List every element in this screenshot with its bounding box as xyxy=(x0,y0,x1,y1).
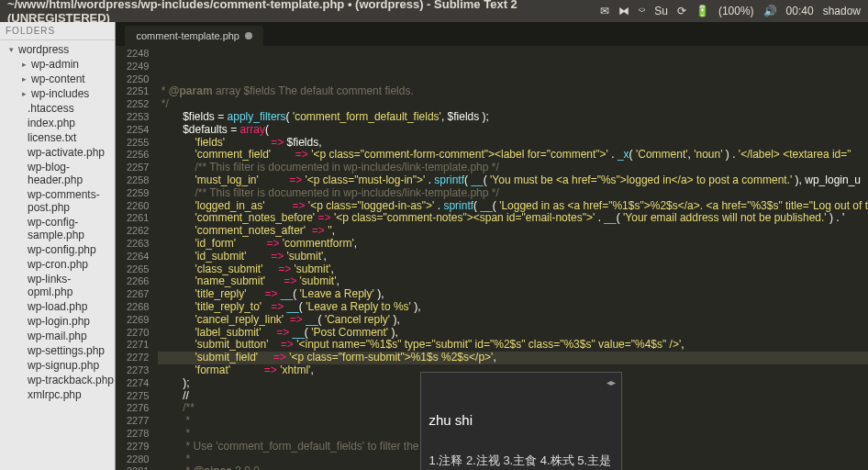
tree-file[interactable]: wp-trackback.php xyxy=(0,373,115,387)
tree-file[interactable]: wp-links-opml.php xyxy=(0,272,115,299)
clock[interactable]: 00:40 xyxy=(786,5,814,17)
tree-folder[interactable]: ▸wp-admin xyxy=(0,57,115,72)
ime-arrow-icon: ◂▸ xyxy=(606,376,616,389)
window-title: ~/www/html/wordpress/wp-includes/comment… xyxy=(7,0,600,25)
ime-popup[interactable]: ◂▸ zhu shi 1.注释 2.注视 3.主食 4.株式 5.主是 xyxy=(420,372,622,470)
ime-candidates[interactable]: 1.注释 2.注视 3.主食 4.株式 5.主是 xyxy=(428,454,614,467)
keyboard-indicator[interactable]: Su xyxy=(654,5,668,17)
tab-file[interactable]: comment-template.php xyxy=(125,26,263,46)
tree-file[interactable]: wp-activate.php xyxy=(0,145,115,160)
folders-header: FOLDERS xyxy=(0,22,115,40)
wifi-icon[interactable]: ⌔ xyxy=(639,5,645,17)
ime-input: zhu shi xyxy=(428,414,614,429)
tree-file[interactable]: wp-config-sample.php xyxy=(0,215,115,242)
tab-dirty-icon xyxy=(245,32,252,39)
tree-file[interactable]: wp-blog-header.php xyxy=(0,160,115,187)
tree-file[interactable]: wp-cron.php xyxy=(0,257,115,272)
tree-file[interactable]: wp-login.php xyxy=(0,314,115,329)
tree-folder[interactable]: ▸wp-includes xyxy=(0,86,115,101)
code-content[interactable]: * @param array $fields The default comme… xyxy=(158,46,868,470)
bluetooth-icon[interactable]: ⧓ xyxy=(618,5,629,17)
updates-icon[interactable]: ⟳ xyxy=(677,5,686,17)
tree-root[interactable]: ▾wordpress xyxy=(0,42,115,57)
tab-label: comment-template.php xyxy=(136,30,239,41)
system-tray: ✉ ⧓ ⌔ Su ⟳ 🔋 (100%) 🔊 00:40 shadow xyxy=(600,5,861,17)
folder-tree[interactable]: ▾wordpress ▸wp-admin ▸wp-content ▸wp-inc… xyxy=(0,40,115,404)
tree-file[interactable]: wp-config.php xyxy=(0,242,115,257)
tree-file[interactable]: wp-mail.php xyxy=(0,329,115,343)
line-gutter: 2248 2249 2250 2251 2252 2253 2254 2255 … xyxy=(116,46,158,470)
battery-icon[interactable]: 🔋 xyxy=(696,5,709,17)
mail-icon[interactable]: ✉ xyxy=(600,5,609,17)
volume-icon[interactable]: 🔊 xyxy=(763,5,777,17)
tab-bar[interactable]: comment-template.php xyxy=(116,22,868,46)
user-menu[interactable]: shadow xyxy=(823,5,861,17)
tree-file[interactable]: .htaccess xyxy=(0,101,115,116)
tree-file[interactable]: index.php xyxy=(0,116,115,130)
tree-file[interactable]: xmlrpc.php xyxy=(0,387,115,402)
tree-file[interactable]: wp-settings.php xyxy=(0,343,115,358)
tree-file[interactable]: wp-signup.php xyxy=(0,358,115,373)
tree-file[interactable]: wp-comments-post.php xyxy=(0,187,115,215)
sidebar: FOLDERS ▾wordpress ▸wp-admin ▸wp-content… xyxy=(0,22,116,470)
tree-file[interactable]: license.txt xyxy=(0,130,115,145)
editor: comment-template.php 2248 2249 2250 2251… xyxy=(116,22,868,470)
tree-file[interactable]: wp-load.php xyxy=(0,299,115,314)
tree-folder[interactable]: ▸wp-content xyxy=(0,72,115,86)
window-titlebar: ~/www/html/wordpress/wp-includes/comment… xyxy=(0,0,868,22)
battery-percent: (100%) xyxy=(718,5,754,17)
code-area[interactable]: 2248 2249 2250 2251 2252 2253 2254 2255 … xyxy=(116,46,868,470)
